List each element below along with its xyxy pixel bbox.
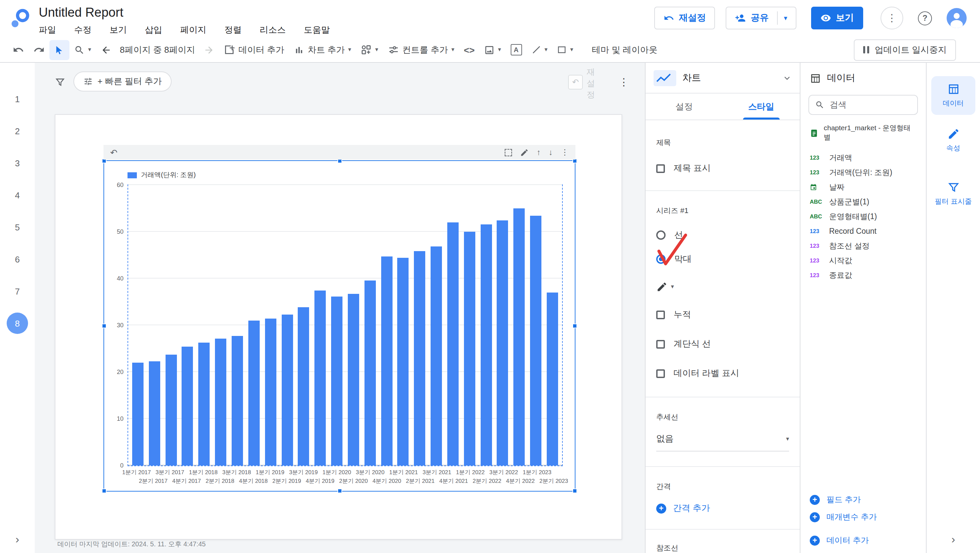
page-thumb[interactable]: 7 (0, 278, 35, 304)
field-row[interactable]: 123시작값 (800, 253, 926, 268)
trendline-select[interactable]: 없음 ▾ (656, 433, 789, 451)
bar[interactable] (414, 251, 426, 465)
page-thumb[interactable]: 3 (0, 150, 35, 176)
page-thumb[interactable]: 1 (0, 86, 35, 112)
add-data-button[interactable]: 데이터 추가 (219, 40, 289, 60)
field-row[interactable]: 123Record Count (800, 224, 926, 238)
select-tool-button[interactable] (49, 40, 69, 60)
bar[interactable] (464, 232, 475, 465)
selected-bar-chart[interactable]: ↶ ↑ ↓ ⋮ 거래액(단위: 조원) (103, 160, 576, 492)
bar[interactable] (348, 294, 359, 465)
insert-text-button[interactable]: A (506, 40, 527, 60)
page-thumb[interactable]: 8 (0, 310, 35, 336)
chart-kebab-icon[interactable]: ⋮ (561, 148, 569, 157)
menu-item[interactable]: 보기 (110, 24, 127, 36)
bar[interactable] (149, 361, 160, 465)
stepped-checkbox-row[interactable]: 계단식 선 (656, 338, 789, 350)
bar[interactable] (182, 346, 193, 465)
more-options-kebab-icon[interactable]: ⋮ (881, 7, 903, 29)
share-button[interactable]: 공유 ▾ (726, 7, 796, 29)
bar[interactable] (165, 355, 177, 465)
pages-rail-expand-icon[interactable]: › (0, 533, 35, 546)
report-canvas[interactable]: + 빠른 필터 추가 ↶ 재설정 ⋮ (35, 63, 645, 553)
menu-item[interactable]: 정렬 (224, 24, 242, 36)
embed-code-button[interactable]: <> (459, 40, 479, 60)
bar[interactable] (331, 296, 342, 465)
menu-item[interactable]: 파일 (39, 24, 56, 36)
rail-data-button[interactable]: 데이터 (931, 76, 975, 115)
page-thumb[interactable]: 4 (0, 182, 35, 209)
field-row[interactable]: 날짜 (800, 180, 926, 194)
bar[interactable] (314, 290, 326, 465)
page-thumb[interactable]: 2 (0, 118, 35, 144)
bar[interactable] (298, 308, 309, 465)
add-field-button[interactable]: + 필드 추가 (810, 491, 916, 508)
page-thumb[interactable]: 6 (0, 246, 35, 273)
field-row[interactable]: ABC상품군별(1) (800, 194, 926, 209)
bar[interactable] (480, 225, 492, 465)
add-data-source-button[interactable]: + 데이터 추가 (810, 532, 916, 549)
view-button[interactable]: 보기 (811, 7, 863, 29)
previous-page-button[interactable] (96, 40, 116, 60)
chevron-down-icon[interactable] (783, 73, 792, 83)
bar[interactable] (199, 343, 210, 465)
bar[interactable] (431, 247, 442, 465)
undo-button[interactable] (8, 40, 29, 60)
field-row[interactable]: 123참조선 설정 (800, 238, 926, 253)
share-dropdown-caret-icon[interactable]: ▾ (784, 15, 787, 21)
chart-edit-pencil-icon[interactable] (520, 148, 529, 157)
bar[interactable] (232, 336, 243, 465)
rail-filterbar-button[interactable]: 필터 표시줄 (931, 174, 975, 213)
canvas-kebab-icon[interactable]: ⋮ (619, 76, 629, 88)
tab-setup[interactable]: 설정 (646, 94, 723, 120)
bar[interactable] (215, 339, 226, 465)
bar[interactable] (364, 280, 375, 465)
stacked-checkbox-row[interactable]: 누적 (656, 309, 789, 320)
selection-handle[interactable] (573, 489, 577, 493)
bar[interactable] (447, 222, 459, 465)
right-rail-expand-icon[interactable]: › (927, 533, 980, 546)
field-row[interactable]: ABC운영형태별(1) (800, 209, 926, 224)
page-thumb[interactable]: 5 (0, 214, 35, 241)
redo-button[interactable] (29, 40, 49, 60)
bar[interactable] (282, 315, 293, 465)
add-control-button[interactable]: 컨트롤 추가 ▾ (383, 40, 459, 60)
add-quick-filter-chip[interactable]: + 빠른 필터 추가 (73, 72, 172, 91)
avatar[interactable] (947, 8, 967, 28)
selection-handle[interactable] (573, 324, 577, 328)
insert-shape-button[interactable]: ▾ (552, 40, 578, 60)
help-icon[interactable]: ? (918, 11, 932, 25)
field-row[interactable]: 123거래액(단위: 조원) (800, 165, 926, 180)
menu-item[interactable]: 도움말 (304, 24, 330, 36)
pause-updates-button[interactable]: 업데이트 일시중지 (854, 39, 956, 61)
menu-item[interactable]: 삽입 (145, 24, 162, 36)
add-chart-button[interactable]: 차트 추가 ▾ (289, 40, 356, 60)
page-indicator[interactable]: 8페이지 중 8페이지 (116, 44, 199, 56)
bar[interactable] (381, 257, 392, 465)
bar[interactable] (530, 215, 541, 465)
series-style-picker[interactable]: ▾ (656, 281, 789, 293)
data-search-box[interactable] (808, 95, 918, 115)
menu-item[interactable]: 리소스 (260, 24, 286, 36)
search-input[interactable] (830, 100, 903, 110)
add-parameter-button[interactable]: + 매개변수 추가 (810, 508, 916, 526)
selection-handle[interactable] (102, 489, 107, 493)
selection-handle[interactable] (102, 324, 107, 328)
selection-handle[interactable] (337, 489, 342, 493)
bar[interactable] (547, 293, 558, 465)
theme-layout-button[interactable]: 테마 및 레이아웃 (587, 40, 662, 60)
move-up-icon[interactable]: ↑ (537, 148, 541, 157)
zoom-tool-button[interactable]: ▾ (69, 40, 96, 60)
bar[interactable] (514, 209, 525, 465)
insert-image-button[interactable]: ▾ (479, 40, 506, 60)
add-gap-button[interactable]: + 간격 추가 (656, 502, 789, 514)
report-page[interactable]: ↶ ↑ ↓ ⋮ 거래액(단위: 조원) (55, 114, 622, 540)
tab-style[interactable]: 스타일 (723, 94, 800, 120)
add-component-button[interactable]: ▾ (356, 40, 383, 60)
menu-item[interactable]: 페이지 (180, 24, 206, 36)
insert-line-button[interactable]: ▾ (527, 40, 552, 60)
reset-button[interactable]: 재설정 (654, 7, 715, 29)
show-title-checkbox-row[interactable]: 제목 표시 (656, 162, 789, 174)
menu-item[interactable]: 수정 (74, 24, 91, 36)
move-down-icon[interactable]: ↓ (549, 148, 553, 157)
